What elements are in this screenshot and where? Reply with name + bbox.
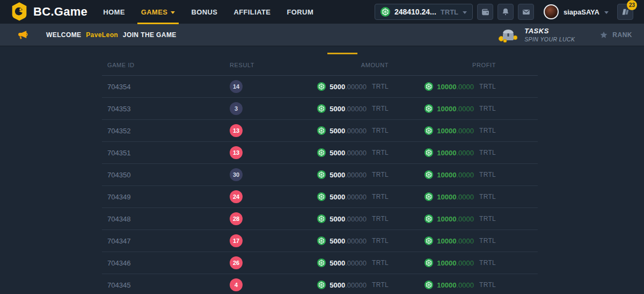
profit-currency: TRTL [479, 215, 496, 223]
user-menu[interactable]: siapaSAYA [544, 4, 609, 19]
table-row[interactable]: 704348285000.00000TRTL10000.0000TRTL [102, 208, 538, 230]
table-row[interactable]: 704346265000.00000TRTL10000.0000TRTL [102, 252, 538, 274]
trtl-coin-icon [425, 170, 433, 179]
amount-value: 5000 [330, 193, 345, 201]
topbar-right: 248410.24... TRTL siapaSAYA [375, 4, 633, 20]
table-row[interactable]: 704347175000.00000TRTL10000.0000TRTL [102, 230, 538, 252]
game-id-cell: 704353 [102, 105, 226, 113]
amount-currency: TRTL [372, 149, 389, 156]
trtl-coin-icon [317, 259, 326, 267]
profit-decimals: .0000 [456, 127, 474, 135]
rank-widget[interactable]: RANK [599, 31, 632, 39]
nav-item-bonus[interactable]: BONUS [183, 0, 225, 24]
column-header-game-id: GAME ID [102, 62, 226, 68]
result-cell: 28 [226, 212, 296, 225]
trtl-coin-icon [317, 192, 326, 201]
profit-value: 10000 [437, 193, 456, 201]
amount-cell: 5000.00000TRTL [296, 192, 389, 201]
game-id-cell: 704346 [102, 259, 226, 267]
amount-decimals: .00000 [345, 105, 367, 113]
nav-item-forum[interactable]: FORUM [279, 0, 321, 24]
amount-decimals: .00000 [345, 83, 367, 91]
amount-currency: TRTL [372, 83, 389, 90]
nav-item-affiliate[interactable]: AFFILIATE [225, 0, 279, 24]
star-icon [599, 31, 608, 39]
table-row[interactable]: 704350305000.00000TRTL10000.0000TRTL [102, 164, 538, 186]
game-id-cell: 704349 [102, 193, 226, 201]
amount-decimals: .00000 [345, 237, 367, 245]
nav-item-home[interactable]: HOME [95, 0, 133, 24]
brand-name: BC.Game [33, 5, 87, 19]
table-row[interactable]: 704352135000.00000TRTL10000.0000TRTL [102, 120, 538, 142]
amount-value: 5000 [330, 171, 345, 179]
trtl-coin-icon [317, 126, 326, 135]
profit-currency: TRTL [479, 193, 496, 200]
trtl-coin-icon [317, 170, 326, 179]
amount-value: 5000 [330, 83, 345, 91]
table-row[interactable]: 70435335000.00000TRTL10000.0000TRTL [102, 98, 538, 120]
wallet-button[interactable] [477, 4, 493, 20]
nav-item-label: AFFILIATE [233, 8, 270, 16]
profit-value: 10000 [437, 127, 456, 135]
amount-value: 5000 [330, 149, 345, 157]
trtl-coin-icon [317, 148, 326, 157]
messages-button[interactable] [518, 4, 534, 20]
amount-cell: 5000.00000TRTL [296, 104, 389, 113]
chat-button[interactable]: 23 [617, 4, 633, 20]
megaphone-icon [16, 29, 28, 41]
banner-right: TASKS SPIN YOUR LUCK RANK [499, 27, 632, 42]
bcgame-logo-icon [11, 2, 28, 21]
result-cell: 4 [226, 278, 296, 291]
brand-logo[interactable]: BC.Game [11, 2, 87, 21]
rank-label: RANK [612, 31, 632, 39]
result-badge: 26 [230, 256, 243, 269]
result-cell: 13 [226, 124, 296, 137]
game-id-cell: 704351 [102, 149, 226, 157]
profit-cell: 10000.0000TRTL [389, 236, 496, 245]
trtl-coin-icon [425, 259, 433, 267]
amount-value: 5000 [330, 281, 345, 289]
chevron-down-icon [604, 11, 609, 14]
game-id-cell: 704354 [102, 83, 226, 91]
chat-unread-badge: 23 [627, 0, 637, 10]
trtl-coin-icon [425, 236, 433, 245]
profit-cell: 10000.0000TRTL [389, 192, 496, 201]
result-badge: 4 [230, 278, 243, 291]
profit-currency: TRTL [479, 127, 496, 134]
nav-item-label: GAMES [141, 8, 168, 16]
notifications-button[interactable] [497, 4, 514, 20]
table-row[interactable]: 704351135000.00000TRTL10000.0000TRTL [102, 142, 538, 164]
game-id-cell: 704348 [102, 215, 226, 223]
balance-value: 248410.24... [394, 8, 436, 16]
tasks-widget[interactable]: TASKS SPIN YOUR LUCK [499, 27, 575, 42]
tasks-title: TASKS [524, 27, 575, 35]
profit-currency: TRTL [479, 83, 496, 90]
nav-item-games[interactable]: GAMES [133, 0, 184, 24]
table-row[interactable]: 704349245000.00000TRTL10000.0000TRTL [102, 186, 538, 208]
table-row[interactable]: 70434545000.00000TRTL10000.0000TRTL [102, 274, 538, 294]
column-header-amount: AMOUNT [296, 62, 389, 68]
profit-currency: TRTL [479, 237, 496, 245]
profit-decimals: .0000 [456, 149, 474, 157]
amount-value: 5000 [330, 105, 345, 113]
profit-decimals: .0000 [456, 105, 474, 113]
amount-currency: TRTL [372, 215, 389, 223]
amount-cell: 5000.00000TRTL [296, 148, 389, 157]
trtl-coin-icon [425, 82, 433, 91]
result-cell: 13 [226, 146, 296, 159]
amount-cell: 5000.00000TRTL [296, 236, 389, 245]
amount-cell: 5000.00000TRTL [296, 170, 389, 179]
welcome-suffix: JOIN THE GAME [123, 31, 177, 39]
table-row[interactable]: 704354145000.00000TRTL10000.0000TRTL [102, 76, 538, 98]
profit-value: 10000 [437, 237, 456, 245]
profit-currency: TRTL [479, 149, 496, 156]
profit-cell: 10000.0000TRTL [389, 104, 496, 113]
result-badge: 13 [230, 124, 243, 137]
profit-value: 10000 [437, 281, 456, 289]
amount-currency: TRTL [372, 105, 389, 112]
amount-decimals: .00000 [345, 171, 367, 179]
trtl-coin-icon [425, 104, 433, 113]
balance-selector[interactable]: 248410.24... TRTL [375, 4, 473, 20]
user-name: siapaSAYA [564, 8, 599, 16]
active-tab-indicator [327, 53, 357, 54]
